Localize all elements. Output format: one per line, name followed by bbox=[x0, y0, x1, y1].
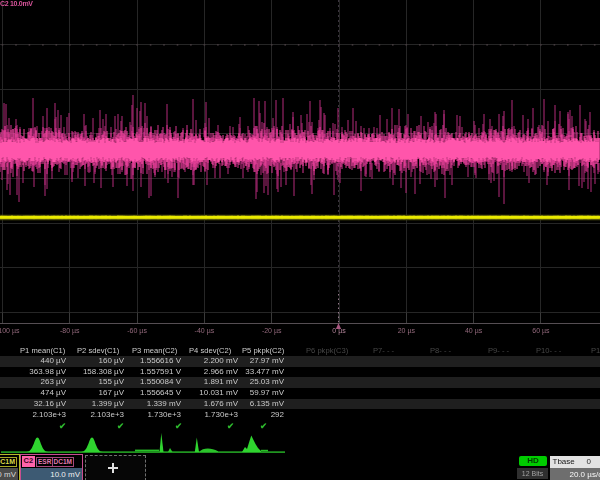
svg-text:0 µs: 0 µs bbox=[332, 327, 346, 335]
svg-text:-40 µs: -40 µs bbox=[195, 327, 215, 335]
svg-text:40 µs: 40 µs bbox=[465, 327, 483, 335]
svg-text:60 µs: 60 µs bbox=[532, 327, 550, 335]
svg-text:-60 µs: -60 µs bbox=[127, 327, 147, 335]
svg-text:-80 µs: -80 µs bbox=[60, 327, 80, 335]
svg-text:-100 µs: -100 µs bbox=[0, 327, 20, 335]
svg-text:20 µs: 20 µs bbox=[398, 327, 416, 335]
svg-text:-20 µs: -20 µs bbox=[262, 327, 282, 335]
